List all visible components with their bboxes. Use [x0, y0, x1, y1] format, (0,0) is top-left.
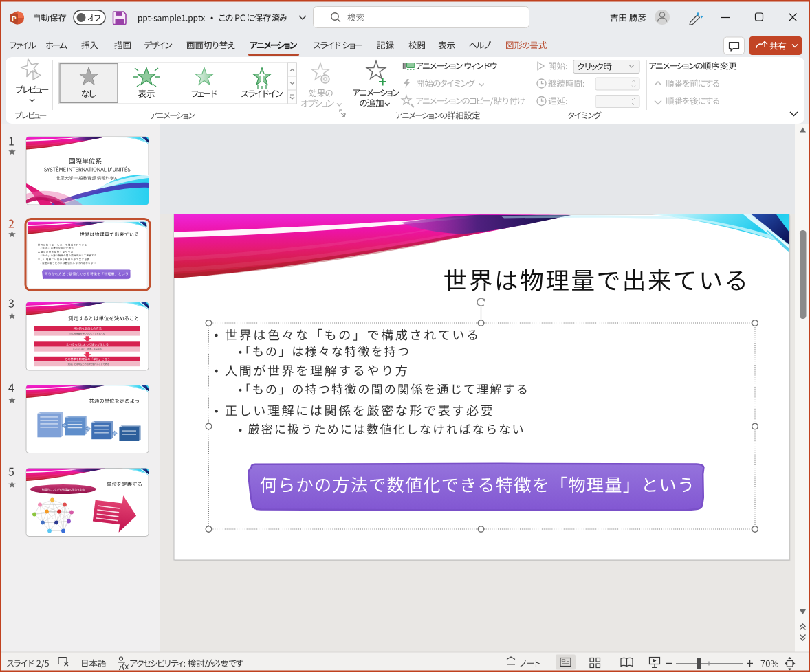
svg-text:P: P [12, 14, 17, 22]
